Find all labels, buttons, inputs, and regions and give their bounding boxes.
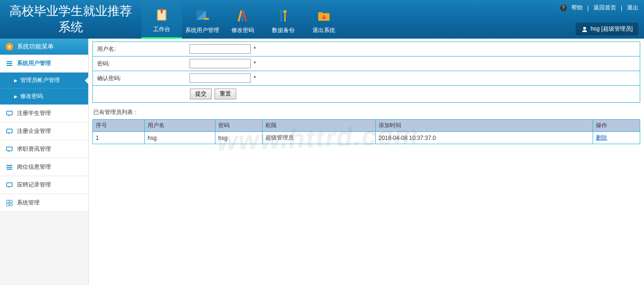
delete-link[interactable]: 删除 — [596, 134, 607, 141]
svg-rect-14 — [7, 63, 12, 64]
header-links: ? 帮助 | 返回首页 | 退出 — [560, 4, 638, 12]
sidebar-item-students[interactable]: 注册学生管理 — [0, 105, 88, 122]
nav-label: 系统用户管理 — [185, 26, 219, 34]
password-label: 密码: — [95, 60, 190, 68]
password-input[interactable] — [190, 59, 251, 68]
sidebar-item-apply[interactable]: 应聘记录管理 — [0, 176, 88, 194]
svg-rect-15 — [7, 65, 12, 66]
sidebar-item-users[interactable]: 系统用户管理 — [0, 55, 88, 73]
sidebar-header[interactable]: ▼ 系统功能菜单 — [0, 39, 88, 55]
sidebar-item-label: 应聘记录管理 — [17, 181, 51, 189]
svg-rect-4 — [204, 18, 209, 20]
submenu: ▶ 管理员帐户管理 ▶ 修改密码 — [0, 73, 88, 105]
chat-icon — [6, 146, 13, 153]
svg-rect-25 — [7, 204, 9, 206]
help-link[interactable]: 帮助 — [571, 4, 583, 12]
username-input[interactable] — [190, 44, 251, 54]
sidebar-item-label: 岗位信息管理 — [17, 163, 51, 171]
nav-label: 数据备份 — [272, 26, 295, 34]
chevron-down-icon: ▼ — [6, 43, 13, 50]
folder-download-icon — [315, 8, 332, 24]
svg-rect-22 — [7, 183, 12, 187]
admin-form: 用户名: * 密码: * 确认密码: * — [92, 41, 640, 103]
svg-rect-16 — [7, 111, 12, 115]
form-row-username: 用户名: * — [93, 42, 640, 57]
chat-icon — [6, 110, 13, 117]
svg-rect-23 — [7, 200, 9, 203]
svg-rect-26 — [10, 204, 12, 206]
required-asterisk: * — [254, 46, 256, 52]
svg-rect-24 — [10, 200, 12, 203]
required-asterisk: * — [254, 75, 256, 81]
sidebar-item-label: 求职资讯管理 — [17, 145, 51, 153]
logout-link[interactable]: 退出 — [627, 4, 638, 12]
user-badge[interactable]: hsg [超级管理员] — [576, 23, 638, 35]
arrow-right-icon: ▶ — [14, 94, 17, 99]
th-seq: 序号 — [93, 120, 145, 132]
th-time: 添加时间 — [376, 120, 593, 132]
svg-rect-20 — [7, 167, 12, 168]
nav-backup[interactable]: 数据备份 — [263, 0, 304, 39]
sidebar-item-label: 注册学生管理 — [17, 109, 51, 117]
sidebar-item-positions[interactable]: 岗位信息管理 — [0, 158, 88, 176]
svg-rect-21 — [7, 169, 12, 170]
user-name: hsg [超级管理员] — [591, 25, 633, 33]
sidebar-item-label: 注册企业管理 — [17, 127, 51, 135]
table-row: 1 hsg hsg 超级管理员 2018-04-08 10:37:37.0 删除 — [93, 132, 640, 144]
required-asterisk: * — [254, 60, 256, 67]
username-label: 用户名: — [95, 45, 190, 53]
divider: | — [621, 5, 622, 11]
form-buttons: 提交 重置 — [93, 86, 640, 102]
list-icon — [6, 60, 13, 67]
submenu-admin-accounts[interactable]: ▶ 管理员帐户管理 — [0, 73, 88, 89]
nav-workbench[interactable]: 工作台 — [141, 0, 182, 39]
submenu-label: 管理员帐户管理 — [20, 76, 60, 84]
pencil-ruler-icon — [234, 8, 251, 24]
svg-point-9 — [280, 10, 282, 13]
nav-exit[interactable]: 退出系统 — [304, 0, 344, 39]
nav-users[interactable]: 系统用户管理 — [182, 0, 223, 39]
th-password: 密码 — [215, 120, 263, 132]
sidebar-item-companies[interactable]: 注册企业管理 — [0, 122, 88, 140]
svg-rect-2 — [161, 8, 163, 13]
th-username: 用户名 — [145, 120, 215, 132]
submenu-change-password[interactable]: ▶ 修改密码 — [0, 89, 88, 105]
sidebar-item-label: 系统管理 — [17, 199, 40, 207]
arrow-right-icon: ▶ — [14, 78, 17, 83]
home-link[interactable]: 返回首页 — [594, 4, 616, 12]
sidebar-item-jobinfo[interactable]: 求职资讯管理 — [0, 140, 88, 158]
reset-button[interactable]: 重置 — [215, 89, 236, 99]
help-icon: ? — [560, 5, 567, 11]
nav-password[interactable]: 修改密码 — [223, 0, 263, 39]
nav-label: 工作台 — [153, 25, 170, 33]
submit-button[interactable]: 提交 — [190, 89, 212, 99]
divider: | — [587, 5, 589, 11]
th-role: 权限 — [263, 120, 376, 132]
sidebar-item-system[interactable]: 系统管理 — [0, 194, 88, 212]
top-nav: 工作台 系统用户管理 修改密码 数据备份 退出系统 — [141, 0, 344, 39]
admin-table: 序号 用户名 密码 权限 添加时间 操作 1 hsg hsg 超级管理员 201… — [92, 119, 640, 144]
confirm-password-input[interactable] — [190, 73, 251, 83]
th-action: 操作 — [593, 120, 640, 132]
svg-rect-7 — [242, 9, 243, 22]
sidebar-item-label: 系统用户管理 — [17, 59, 51, 67]
tools-icon — [275, 8, 292, 24]
cell-seq: 1 — [93, 132, 145, 144]
form-row-password: 密码: * — [93, 57, 640, 71]
confirm-label: 确认密码: — [95, 74, 190, 82]
svg-point-12 — [583, 27, 586, 30]
nav-label: 修改密码 — [231, 26, 254, 34]
cell-time: 2018-04-08 10:37:37.0 — [376, 132, 593, 144]
main-content: 用户名: * 密码: * 确认密码: * — [89, 39, 644, 285]
sidebar-header-label: 系统功能菜单 — [17, 42, 54, 51]
svg-rect-18 — [7, 147, 12, 151]
cell-role: 超级管理员 — [263, 132, 376, 144]
svg-rect-19 — [7, 165, 12, 166]
ruler-icon — [194, 8, 211, 24]
cell-password: hsg — [215, 132, 263, 144]
sidebar: ▼ 系统功能菜单 系统用户管理 ▶ 管理员帐户管理 ▶ 修改密码 注册学生管理 … — [0, 39, 89, 285]
user-icon — [581, 26, 588, 33]
submenu-label: 修改密码 — [20, 92, 43, 100]
svg-rect-5 — [238, 10, 242, 21]
grid-icon — [6, 199, 13, 207]
